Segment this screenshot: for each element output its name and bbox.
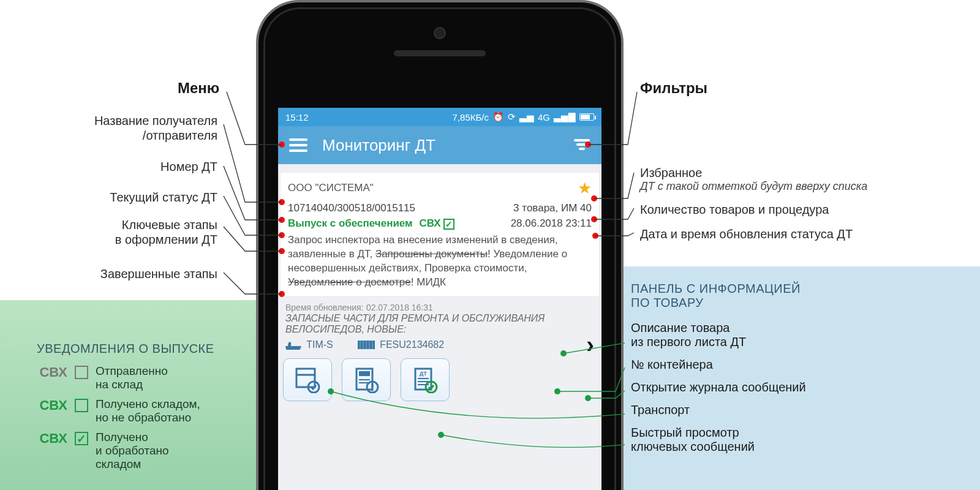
blue-item-transport: Транспорт (631, 403, 956, 417)
legend-sent-text: Отправленно на склад (96, 364, 168, 391)
legend-row-sent: СВХ Отправленно на склад (37, 364, 214, 391)
stage-completed-2: Уведомление о досмотре (288, 276, 411, 288)
label-completed-stages: Завершенные этапы (70, 266, 217, 281)
svg-rect-0 (296, 369, 315, 387)
update-time-label: Время обновления: (285, 303, 363, 312)
statusbar-time: 15:12 (285, 112, 309, 123)
blue-item-container: № контейнера (631, 358, 956, 372)
container-block: FESU2134682 (358, 339, 444, 350)
label-key-stages: Ключевые этапы в оформлении ДТ (70, 217, 217, 247)
statusbar-net: 4G (538, 112, 550, 123)
stage-text-3: ! МИДК (411, 276, 446, 288)
camera-icon (434, 27, 446, 39)
statusbar-speed: 7,85КБ/с (453, 112, 489, 123)
legend-title: УВЕДОМЛЕНИЯ О ВЫПУСКЕ (37, 342, 214, 356)
label-current-status: Текущий статус ДТ (70, 190, 217, 205)
app-title: Мониторинг ДТ (322, 136, 573, 155)
ship-icon (285, 340, 301, 350)
blue-item-quick: Быстрый просмотр ключевых сообщений (631, 426, 956, 454)
update-time-value: 02.07.2018 16:31 (366, 303, 433, 312)
menu-icon[interactable] (289, 138, 307, 152)
goods-count: 3 товара, ИМ 40 (513, 202, 592, 216)
legend-processed-text: Получено и обработано складом (96, 431, 169, 471)
blue-item-journal: Открытие журнала сообщений (631, 380, 956, 394)
package-check-icon[interactable] (283, 358, 332, 401)
document-alert-icon[interactable] (342, 358, 391, 401)
legend-row-processed: СВХ Получено и обработано складом (37, 431, 214, 471)
checkbox-checked-icon (443, 219, 454, 230)
phone-frame: 15:12 7,85КБ/с ⏰ ⟳ ▃▅ 4G ▃▅▇ Мониторинг … (256, 0, 624, 490)
goods-description: ЗАПАСНЫЕ ЧАСТИ ДЛЯ РЕМОНТА И ОБСЛУЖИВАНИ… (285, 313, 594, 335)
legend-cbx-label: СВХ (37, 398, 67, 413)
transport-block: TIM-S (285, 339, 333, 350)
svg-point-9 (372, 389, 374, 391)
container-number: FESU2134682 (380, 339, 444, 350)
checkbox-checked-icon (75, 432, 88, 445)
quick-message-icons: ДТ (283, 358, 597, 401)
battery-icon (579, 113, 594, 121)
alarm-icon: ⏰ (492, 111, 504, 123)
cbx-label: СВХ (419, 217, 440, 231)
transport-name: TIM-S (306, 339, 333, 350)
earpiece-icon (394, 50, 486, 56)
signal-icon: ▃▅ (519, 111, 534, 123)
release-notifications-legend: УВЕДОМЛЕНИЯ О ВЫПУСКЕ СВХ Отправленно на… (37, 342, 214, 477)
dt-card[interactable]: ООО "СИСТЕМА" ★ 10714040/300518/0015115 … (281, 173, 599, 296)
chevron-right-icon[interactable]: › (586, 339, 594, 351)
dt-datetime: 28.06.2018 23:11 (511, 217, 592, 231)
app-bar: Мониторинг ДТ (278, 126, 601, 164)
legend-received-text: Получено складом, но не обработано (96, 398, 200, 424)
checkbox-empty-icon (75, 399, 88, 412)
blue-item-desc: Описание товара из первого листа ДТ (631, 321, 956, 349)
label-favorite: Избранное ДТ с такой отметкой будут ввер… (640, 165, 946, 194)
legend-cbx-label: СВХ (37, 364, 67, 380)
label-favorite-note: ДТ с такой отметкой будут вверху списка (640, 180, 946, 194)
label-recipient: Название получателя /отправителя (70, 113, 217, 143)
svg-text:ДТ: ДТ (420, 371, 427, 377)
goods-info-panel-labels: ПАНЕЛЬ С ИНФОРМАЦИЕЙ ПО ТОВАРУ Описание … (631, 282, 956, 462)
sync-icon: ⟳ (508, 111, 516, 123)
star-icon[interactable]: ★ (578, 178, 592, 199)
label-filters: Фильтры (640, 80, 707, 97)
label-favorite-text: Избранное (640, 166, 702, 179)
signal2-icon: ▃▅▇ (554, 111, 576, 123)
label-menu: Меню (178, 80, 219, 97)
dt-status: Выпуск с обеспечением (288, 217, 413, 229)
document-check-icon[interactable]: ДТ (401, 358, 450, 401)
checkbox-empty-icon (75, 366, 88, 379)
dt-number: 10714040/300518/0015115 (288, 202, 415, 216)
phone-screen: 15:12 7,85КБ/с ⏰ ⟳ ▃▅ 4G ▃▅▇ Мониторинг … (278, 108, 601, 490)
status-bar: 15:12 7,85КБ/с ⏰ ⟳ ▃▅ 4G ▃▅▇ (278, 108, 601, 126)
container-icon (358, 341, 375, 349)
legend-row-received: СВХ Получено складом, но не обработано (37, 398, 214, 424)
filter-icon[interactable] (573, 139, 590, 151)
label-goods-count: Количество товаров и процедура (640, 202, 946, 217)
label-dt-number: Номер ДТ (95, 159, 217, 174)
goods-subpanel: Время обновления: 02.07.2018 16:31 ЗАПАС… (281, 302, 599, 351)
blue-panel-title: ПАНЕЛЬ С ИНФОРМАЦИЕЙ ПО ТОВАРУ (631, 282, 956, 310)
legend-cbx-label: СВХ (37, 431, 67, 447)
label-update-time: Дата и время обновления статуса ДТ (640, 227, 959, 241)
company-name: ООО "СИСТЕМА" (288, 181, 374, 195)
dt-stages: Запрос инспектора на внесение изменений … (288, 233, 592, 290)
svg-rect-4 (359, 371, 370, 376)
stage-completed-1: Запрошены документы (375, 248, 488, 260)
